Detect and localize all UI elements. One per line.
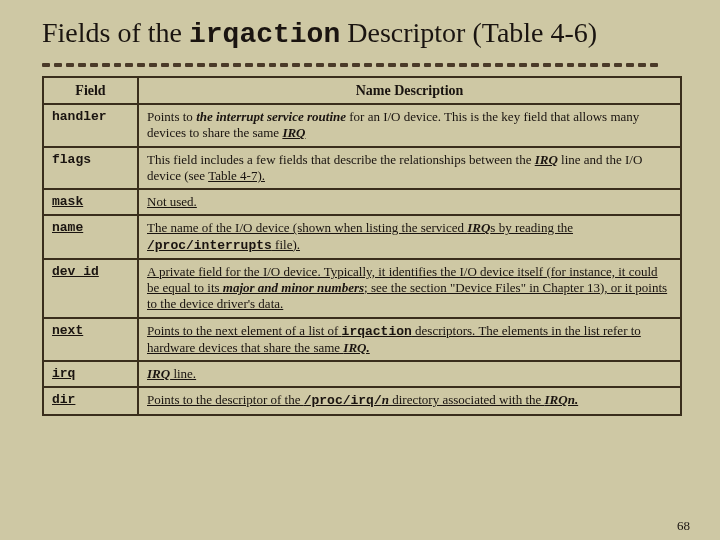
text: Not used.: [147, 194, 197, 209]
table-row: irq IRQ line.: [43, 361, 681, 387]
text: file).: [272, 237, 300, 252]
text: line.: [170, 366, 196, 381]
text-irq: IRQ: [147, 366, 170, 381]
text: This field includes a few fields that de…: [147, 152, 535, 167]
text-emph: major and minor numbers: [223, 280, 364, 295]
text-ref: Table 4-7).: [208, 168, 265, 183]
page-title: Fields of the irqaction Descriptor (Tabl…: [42, 16, 692, 52]
title-pre: Fields of the: [42, 17, 189, 48]
field-desc-handler: Points to the interrupt service routine …: [138, 104, 681, 147]
text-emph: the interrupt service routine: [196, 109, 346, 124]
field-name-handler: handler: [43, 104, 138, 147]
field-name-irq: irq: [43, 361, 138, 387]
text: The name of the I/O device (shown when l…: [147, 220, 467, 235]
text-irqn: IRQn.: [545, 392, 579, 407]
text: Points to the next element of a list of: [147, 323, 342, 338]
field-name-name: name: [43, 215, 138, 259]
table-row: name The name of the I/O device (shown w…: [43, 215, 681, 259]
text-irq: IRQ: [282, 125, 305, 140]
text-code: irqaction: [342, 324, 412, 339]
field-desc-name: The name of the I/O device (shown when l…: [138, 215, 681, 259]
text-var: n: [382, 392, 389, 407]
slide: Fields of the irqaction Descriptor (Tabl…: [0, 0, 720, 424]
table-row: dir Points to the descriptor of the /pro…: [43, 387, 681, 414]
field-desc-dir: Points to the descriptor of the /proc/ir…: [138, 387, 681, 414]
field-name-next: next: [43, 318, 138, 362]
text: Points to: [147, 109, 196, 124]
text-path: /proc/irq/: [304, 393, 382, 408]
text-irq: IRQ: [467, 220, 490, 235]
col-header-field: Field: [43, 77, 138, 105]
table-row: mask Not used.: [43, 189, 681, 215]
field-name-devid: dev_id: [43, 259, 138, 318]
text: directory associated with the: [389, 392, 545, 407]
field-desc-next: Points to the next element of a list of …: [138, 318, 681, 362]
col-header-desc: Name Description: [138, 77, 681, 105]
field-name-flags: flags: [43, 147, 138, 190]
table-row: next Points to the next element of a lis…: [43, 318, 681, 362]
field-desc-devid: A private field for the I/O device. Typi…: [138, 259, 681, 318]
fields-table: Field Name Description handler Points to…: [42, 76, 682, 416]
text-irq: IRQ.: [343, 340, 369, 355]
divider: [42, 62, 662, 68]
page-number: 68: [677, 518, 690, 534]
table-header-row: Field Name Description: [43, 77, 681, 105]
text-irq: IRQ: [535, 152, 558, 167]
title-post: Descriptor (Table 4-6): [340, 17, 597, 48]
table-row: handler Points to the interrupt service …: [43, 104, 681, 147]
field-name-dir: dir: [43, 387, 138, 414]
field-desc-flags: This field includes a few fields that de…: [138, 147, 681, 190]
field-desc-mask: Not used.: [138, 189, 681, 215]
field-name-mask: mask: [43, 189, 138, 215]
table-row: dev_id A private field for the I/O devic…: [43, 259, 681, 318]
table-row: flags This field includes a few fields t…: [43, 147, 681, 190]
text: Points to the descriptor of the: [147, 392, 304, 407]
field-desc-irq: IRQ line.: [138, 361, 681, 387]
title-code: irqaction: [189, 19, 340, 50]
text-path: /proc/interrupts: [147, 238, 272, 253]
text: s by reading the: [490, 220, 573, 235]
